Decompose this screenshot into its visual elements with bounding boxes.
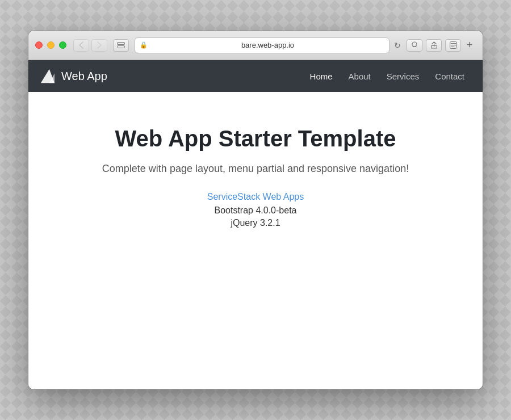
url-text: bare.web-app.io [151, 41, 384, 49]
svg-rect-1 [118, 45, 125, 48]
bootstrap-version: Bootstrap 4.0.0-beta [40, 205, 471, 216]
jquery-version: jQuery 3.2.1 [40, 218, 471, 228]
svg-point-2 [412, 42, 417, 47]
lock-icon: 🔒 [140, 41, 148, 49]
browser-titlebar: 🔒 bare.web-app.io ↻ [28, 31, 483, 60]
traffic-lights [35, 41, 66, 49]
close-button[interactable] [35, 41, 43, 49]
download-button[interactable] [407, 39, 422, 52]
nav-services[interactable]: Services [380, 67, 426, 86]
nav-home[interactable]: Home [303, 67, 340, 86]
share-button[interactable] [426, 39, 442, 52]
maximize-button[interactable] [59, 41, 66, 49]
site-navbar: Web App Home About Services Contact [28, 60, 483, 92]
brand-name: Web App [61, 70, 107, 83]
reload-button[interactable]: ↻ [394, 41, 401, 50]
address-bar[interactable]: 🔒 bare.web-app.io [135, 37, 389, 53]
website-frame: Web App Home About Services Contact Web … [28, 60, 483, 389]
brand-icon [40, 68, 56, 84]
site-content: Web App Starter Template Complete with p… [28, 92, 483, 253]
nav-buttons [73, 39, 107, 52]
navbar-nav: Home About Services Contact [303, 67, 471, 86]
browser-window: 🔒 bare.web-app.io ↻ [28, 31, 483, 389]
toolbar-right [407, 39, 461, 52]
page-subtitle: Complete with page layout, menu partial … [40, 163, 471, 175]
back-button[interactable] [73, 39, 89, 52]
tab-view-button[interactable] [113, 39, 129, 52]
minimize-button[interactable] [47, 41, 55, 49]
brand-logo[interactable]: Web App [40, 68, 107, 84]
nav-contact[interactable]: Contact [428, 67, 471, 86]
new-tab-button[interactable]: + [463, 39, 476, 52]
page-title: Web App Starter Template [40, 126, 471, 152]
forward-button[interactable] [91, 39, 107, 52]
servicestack-link[interactable]: ServiceStack Web Apps [40, 192, 471, 202]
svg-rect-0 [118, 42, 125, 44]
nav-about[interactable]: About [342, 67, 378, 86]
new-tab-small-button[interactable] [445, 39, 461, 52]
